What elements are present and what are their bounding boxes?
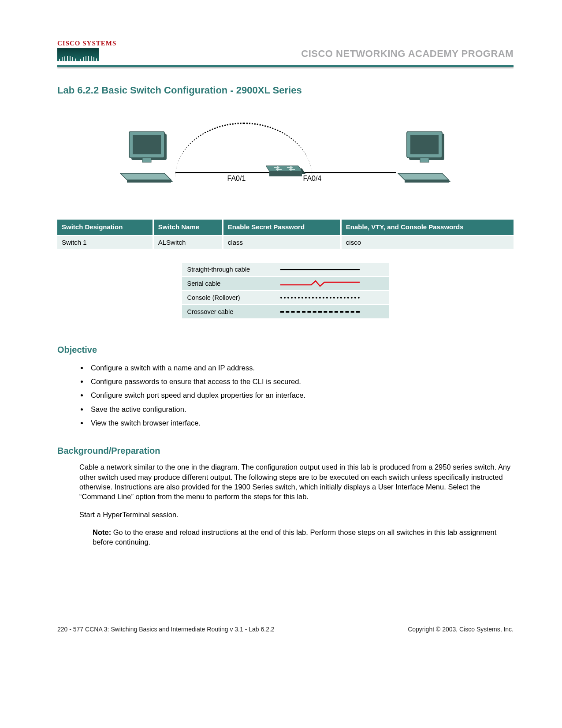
legend-label: Straight-through cable (182, 262, 275, 276)
cfg-cell: Switch 1 (57, 235, 153, 249)
cfg-header: Enable, VTY, and Console Passwords (341, 220, 514, 235)
objective-list: Configure a switch with a name and an IP… (88, 361, 514, 430)
legend-row: Crossover cable (182, 305, 389, 318)
svg-rect-3 (142, 158, 151, 162)
straight-line-icon (280, 265, 360, 273)
topology-diagram: FA0/1 FA0/4 (118, 127, 453, 198)
list-item: Configure passwords to ensure that acces… (88, 375, 514, 388)
switch-config-table: Switch Designation Switch Name Enable Se… (57, 220, 514, 249)
serial-line-icon (280, 280, 360, 287)
background-heading: Background/Preparation (57, 446, 514, 456)
footer-right: Copyright © 2003, Cisco Systems, Inc. (408, 626, 514, 633)
svg-rect-12 (410, 135, 439, 154)
note-body: Go to the erase and reload instructions … (93, 528, 496, 546)
svg-rect-13 (420, 158, 429, 162)
logo-bars-icon (57, 48, 99, 61)
footer-left: 220 - 577 CCNA 3: Switching Basics and I… (57, 626, 275, 633)
svg-rect-2 (133, 135, 161, 154)
dotted-line-icon (280, 294, 360, 302)
svg-marker-8 (266, 166, 302, 171)
legend-row: Serial cable (182, 276, 389, 291)
cfg-cell: ALSwitch (153, 235, 223, 249)
cable-legend: Straight-through cable Serial cable Cons… (182, 262, 389, 318)
logo-text: CISCO SYSTEMS (57, 40, 116, 47)
background-paragraph: Cable a network similar to the one in th… (79, 462, 514, 501)
background-paragraph: Start a HyperTerminal session. (79, 510, 514, 519)
legend-row: Console (Rollover) (182, 291, 389, 305)
table-row: Switch 1 ALSwitch class cisco (57, 235, 514, 249)
list-item: Configure switch port speed and duplex p… (88, 388, 514, 402)
list-item: View the switch browser interface. (88, 416, 514, 430)
pc-left-icon (118, 131, 175, 189)
pc-right-icon (396, 131, 453, 189)
legend-label: Serial cable (182, 276, 275, 291)
objective-heading: Objective (57, 345, 514, 355)
legend-label: Crossover cable (182, 305, 275, 318)
cfg-header: Enable Secret Password (223, 220, 341, 235)
note-label: Note: (93, 528, 111, 536)
port-label-right: FA0/4 (303, 175, 322, 183)
list-item: Configure a switch with a name and an IP… (88, 361, 514, 375)
list-item: Save the active configuration. (88, 403, 514, 416)
svg-marker-5 (120, 173, 171, 180)
dashed-line-icon (280, 308, 360, 316)
cfg-header: Switch Name (153, 220, 223, 235)
cfg-cell: cisco (341, 235, 514, 249)
port-label-left: FA0/1 (227, 175, 246, 183)
cisco-logo: CISCO SYSTEMS (57, 40, 116, 61)
svg-marker-9 (269, 171, 302, 176)
svg-rect-16 (405, 180, 449, 183)
svg-marker-15 (398, 173, 449, 180)
legend-label: Console (Rollover) (182, 291, 275, 305)
switch-icon (266, 164, 305, 180)
cfg-cell: class (223, 235, 341, 249)
svg-rect-6 (127, 180, 171, 183)
header-rule (57, 65, 514, 67)
program-title: CISCO NETWORKING ACADEMY PROGRAM (301, 48, 514, 61)
note-paragraph: Note: Go to the erase and reload instruc… (93, 527, 514, 547)
footer-rule (57, 622, 514, 622)
cfg-header: Switch Designation (57, 220, 153, 235)
legend-row: Straight-through cable (182, 262, 389, 276)
page-title: Lab 6.2.2 Basic Switch Configuration - 2… (57, 85, 514, 96)
